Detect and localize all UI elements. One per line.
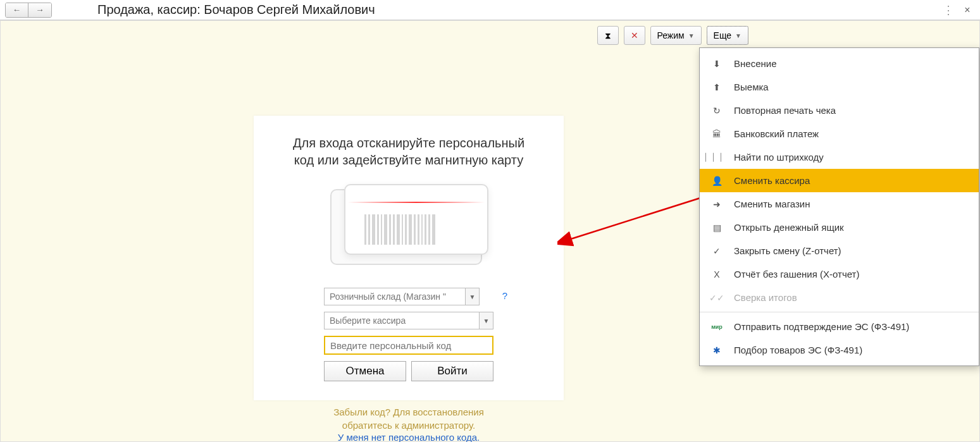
- caret-down-icon: ▼: [465, 288, 479, 305]
- cashier-select[interactable]: Выберите кассира ▼: [324, 312, 493, 329]
- more-button[interactable]: Еще ▼: [707, 26, 748, 45]
- mode-label: Режим: [657, 30, 685, 40]
- no-code-link[interactable]: У меня нет персонального кода.: [254, 432, 564, 442]
- delete-button[interactable]: ✕: [624, 26, 645, 45]
- menu-item-icon: ⬆: [711, 82, 723, 93]
- menu-item[interactable]: 🏛Банковский платеж: [700, 122, 979, 145]
- hourglass-button[interactable]: ⧗: [597, 26, 619, 45]
- store-value: Розничный склад (Магазин ": [330, 292, 446, 302]
- menu-item-label: Сверка итогов: [734, 292, 797, 303]
- kebab-icon[interactable]: ⋮: [942, 3, 955, 17]
- menu-item[interactable]: XОтчёт без гашения (X-отчет): [700, 262, 979, 286]
- forgot-text: Забыли код? Для восстановления обратитес…: [254, 405, 564, 432]
- menu-item-label: Отчёт без гашения (X-отчет): [734, 269, 859, 279]
- menu-item-label: Открыть денежный ящик: [734, 222, 844, 233]
- menu-item[interactable]: ▤Открыть денежный ящик: [700, 216, 979, 239]
- menu-item-icon: ↻: [711, 105, 723, 116]
- menu-item[interactable]: ↻Повторная печать чека: [700, 99, 979, 122]
- menu-item[interactable]: ⬆Выемка: [700, 75, 979, 99]
- mode-button[interactable]: Режим ▼: [650, 26, 702, 45]
- menu-item-icon: ⎸⎸⎸: [711, 152, 723, 163]
- cancel-button[interactable]: Отмена: [324, 361, 406, 381]
- login-instruction: Для входа отсканируйте персональный код …: [276, 135, 542, 169]
- menu-item-label: Банковский платеж: [734, 128, 819, 139]
- menu-item-icon: ✱: [711, 345, 723, 356]
- caret-down-icon: ▼: [479, 312, 493, 329]
- menu-item: ✓✓Сверка итогов: [700, 286, 979, 309]
- cashier-placeholder: Выберите кассира: [330, 316, 406, 326]
- nav-arrows: ← →: [5, 3, 52, 18]
- content-area: ⧗ ✕ Режим ▼ Еще ▼ Для входа отсканируйте…: [0, 20, 980, 442]
- menu-item-label: Найти по штрихкоду: [734, 152, 824, 163]
- menu-item[interactable]: 👤Сменить кассира: [700, 169, 979, 192]
- menu-item-icon: X: [711, 269, 723, 280]
- menu-item-label: Сменить кассира: [734, 175, 810, 186]
- menu-item[interactable]: ✱Подбор товаров ЭС (ФЗ-491): [700, 338, 979, 362]
- toolbar-right: ⧗ ✕ Режим ▼ Еще ▼: [597, 26, 748, 45]
- barcode-icon: [364, 214, 466, 245]
- menu-item-label: Выемка: [734, 82, 769, 92]
- store-select[interactable]: Розничный склад (Магазин " ▼: [324, 288, 480, 305]
- menu-item-label: Отправить подтверждение ЭС (ФЗ-491): [734, 321, 909, 332]
- forward-button[interactable]: →: [28, 3, 51, 17]
- menu-item[interactable]: ✓Закрыть смену (Z-отчет): [700, 239, 979, 262]
- menu-item-icon: 🏛: [711, 128, 723, 140]
- caret-down-icon: ▼: [735, 32, 741, 39]
- login-line2: код или задействуйте магнитную карту: [276, 152, 542, 169]
- menu-item-icon: ➜: [711, 199, 723, 210]
- menu-item-label: Сменить магазин: [734, 199, 810, 209]
- menu-item-label: Закрыть смену (Z-отчет): [734, 245, 841, 256]
- back-button[interactable]: ←: [6, 3, 28, 17]
- menu-item[interactable]: ⬇Внесение: [700, 52, 979, 75]
- more-dropdown: ⬇Внесение⬆Выемка↻Повторная печать чека🏛Б…: [699, 47, 979, 366]
- code-input[interactable]: [324, 336, 493, 355]
- menu-item-icon: ✓: [711, 245, 723, 257]
- menu-item-label: Внесение: [734, 58, 776, 69]
- caret-down-icon: ▼: [688, 32, 695, 39]
- login-panel: Для входа отсканируйте персональный код …: [254, 116, 564, 400]
- svg-line-1: [569, 194, 712, 240]
- page-title: Продажа, кассир: Бочаров Сергей Михайлов…: [59, 3, 942, 17]
- topbar: ← → Продажа, кассир: Бочаров Сергей Миха…: [0, 0, 980, 20]
- menu-item[interactable]: ➜Сменить магазин: [700, 192, 979, 216]
- login-button[interactable]: Войти: [411, 361, 493, 381]
- x-icon: ✕: [631, 30, 638, 40]
- close-icon[interactable]: ×: [960, 4, 975, 16]
- menu-item-label: Повторная печать чека: [734, 105, 836, 116]
- annotation-arrow: [557, 192, 722, 249]
- menu-item-icon: ⬇: [711, 58, 723, 70]
- menu-item-icon: ▤: [711, 222, 723, 233]
- menu-item-icon: мир: [711, 321, 723, 333]
- more-label: Еще: [714, 30, 732, 40]
- menu-item[interactable]: мирОтправить подтверждение ЭС (ФЗ-491): [700, 315, 979, 338]
- help-icon[interactable]: ?: [502, 290, 507, 301]
- menu-item-icon: 👤: [711, 175, 723, 187]
- menu-item[interactable]: ⎸⎸⎸Найти по штрихкоду: [700, 145, 979, 169]
- menu-item-icon: ✓✓: [711, 292, 723, 304]
- hourglass-icon: ⧗: [605, 30, 611, 41]
- login-line1: Для входа отсканируйте персональный: [276, 135, 542, 152]
- card-illustration: [326, 184, 491, 273]
- menu-item-label: Подбор товаров ЭС (ФЗ-491): [734, 345, 862, 355]
